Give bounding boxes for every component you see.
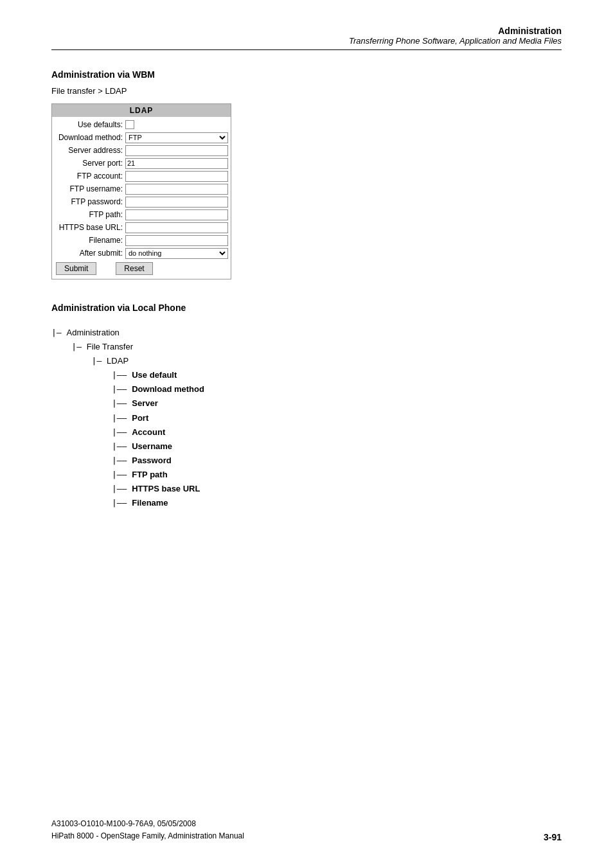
tree-label-ldap: LDAP xyxy=(107,354,129,368)
wbm-heading: Administration via WBM xyxy=(51,69,562,80)
page-header: Administration Transferring Phone Softwa… xyxy=(51,26,562,50)
tree-prefix: |—— xyxy=(51,496,132,510)
tree-item-ldap: |— LDAP xyxy=(51,354,562,368)
tree-prefix: |—— xyxy=(51,411,132,425)
select-after-submit[interactable]: do nothing restart xyxy=(125,248,228,259)
input-server-port[interactable] xyxy=(125,158,228,169)
submit-button[interactable]: Submit xyxy=(56,262,96,275)
page: Administration Transferring Phone Softwa… xyxy=(0,0,613,868)
tree-prefix: |—— xyxy=(51,454,132,468)
field-use-defaults: Use defaults: xyxy=(52,118,231,131)
header-subtitle: Transferring Phone Software, Application… xyxy=(51,36,562,46)
input-ftp-password[interactable] xyxy=(125,197,228,208)
label-after-submit: After submit: xyxy=(55,249,125,258)
tree-prefix: |— xyxy=(51,340,87,354)
tree-prefix: |—— xyxy=(51,425,132,439)
tree-label-use-default: Use default xyxy=(132,368,177,382)
footer-doc-id: A31003-O1010-M100-9-76A9, 05/05/2008 xyxy=(51,818,244,830)
label-https-base-url: HTTPS base URL: xyxy=(55,223,125,232)
tree-item-port: |—— Port xyxy=(51,411,562,425)
tree-label-account: Account xyxy=(132,425,165,439)
field-https-base-url: HTTPS base URL: xyxy=(52,221,231,234)
tree-item-password: |—— Password xyxy=(51,454,562,468)
tree-item-ftp-path: |—— FTP path xyxy=(51,468,562,482)
field-server-port: Server port: xyxy=(52,157,231,170)
footer-doc-name: HiPath 8000 - OpenStage Family, Administ… xyxy=(51,830,244,842)
breadcrumb: File transfer > LDAP xyxy=(51,86,562,96)
input-ftp-username[interactable] xyxy=(125,184,228,195)
field-ftp-username: FTP username: xyxy=(52,182,231,195)
label-download-method: Download method: xyxy=(55,133,125,142)
tree-item-username: |—— Username xyxy=(51,439,562,454)
field-server-address: Server address: xyxy=(52,144,231,157)
tree-prefix: |— xyxy=(51,354,107,368)
label-use-defaults: Use defaults: xyxy=(55,120,125,129)
input-https-base-url[interactable] xyxy=(125,222,228,233)
tree-label-download-method: Download method xyxy=(132,382,204,396)
tree-item-filename: |—— Filename xyxy=(51,496,562,510)
tree-label-server: Server xyxy=(132,396,157,411)
select-download-method[interactable]: FTP HTTP HTTPS xyxy=(125,132,228,143)
field-ftp-path: FTP path: xyxy=(52,208,231,221)
tree-label-filename: Filename xyxy=(132,496,168,510)
field-after-submit: After submit: do nothing restart xyxy=(52,247,231,260)
tree-prefix: |—— xyxy=(51,482,132,496)
local-heading: Administration via Local Phone xyxy=(51,303,562,313)
tree-label-username: Username xyxy=(132,439,172,454)
footer-page-number: 3-91 xyxy=(544,832,562,842)
label-server-port: Server port: xyxy=(55,159,125,168)
label-ftp-password: FTP password: xyxy=(55,197,125,206)
label-ftp-username: FTP username: xyxy=(55,184,125,193)
tree-label-administration: Administration xyxy=(66,326,119,340)
tree-label-password: Password xyxy=(132,454,171,468)
tree-item-administration: |— Administration xyxy=(51,326,562,340)
page-footer: A31003-O1010-M100-9-76A9, 05/05/2008 HiP… xyxy=(51,818,562,842)
ldap-form-box: LDAP Use defaults: Download method: FTP … xyxy=(51,103,231,279)
label-server-address: Server address: xyxy=(55,146,125,155)
checkbox-use-defaults[interactable] xyxy=(125,120,134,129)
label-filename: Filename: xyxy=(55,236,125,245)
input-ftp-account[interactable] xyxy=(125,171,228,182)
tree-item-https-base-url: |—— HTTPS base URL xyxy=(51,482,562,496)
tree-section: |— Administration |— File Transfer |— LD… xyxy=(51,326,562,510)
field-filename: Filename: xyxy=(52,234,231,247)
input-filename[interactable] xyxy=(125,235,228,246)
footer-left: A31003-O1010-M100-9-76A9, 05/05/2008 HiP… xyxy=(51,818,244,842)
ldap-box-title: LDAP xyxy=(52,104,231,117)
tree-prefix: |—— xyxy=(51,382,132,396)
input-ftp-path[interactable] xyxy=(125,209,228,220)
ldap-form: Use defaults: Download method: FTP HTTP … xyxy=(52,117,231,279)
field-ftp-password: FTP password: xyxy=(52,195,231,208)
label-ftp-path: FTP path: xyxy=(55,210,125,219)
label-ftp-account: FTP account: xyxy=(55,172,125,181)
tree-prefix: |—— xyxy=(51,368,132,382)
tree-item-account: |—— Account xyxy=(51,425,562,439)
header-title: Administration xyxy=(51,26,562,36)
tree-label-ftp-path: FTP path xyxy=(132,468,167,482)
tree-prefix: |—— xyxy=(51,396,132,411)
field-download-method: Download method: FTP HTTP HTTPS xyxy=(52,131,231,144)
tree-label-https-base-url: HTTPS base URL xyxy=(132,482,200,496)
tree-item-file-transfer: |— File Transfer xyxy=(51,340,562,354)
tree-label-file-transfer: File Transfer xyxy=(87,340,133,354)
tree-prefix: |—— xyxy=(51,439,132,454)
tree-item-server: |—— Server xyxy=(51,396,562,411)
tree-label-port: Port xyxy=(132,411,148,425)
tree-item-download-method: |—— Download method xyxy=(51,382,562,396)
tree-prefix: |— xyxy=(51,326,66,340)
tree-prefix: |—— xyxy=(51,468,132,482)
reset-button[interactable]: Reset xyxy=(116,262,152,275)
form-buttons: Submit Reset xyxy=(52,260,231,278)
tree-item-use-default: |—— Use default xyxy=(51,368,562,382)
input-server-address[interactable] xyxy=(125,145,228,156)
field-ftp-account: FTP account: xyxy=(52,170,231,182)
